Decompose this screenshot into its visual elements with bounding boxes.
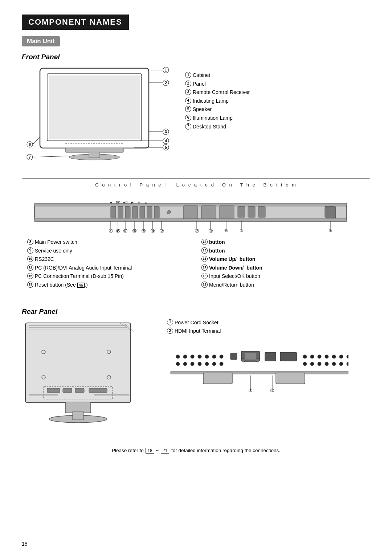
page-number: 15 (22, 541, 28, 547)
svg-point-130 (332, 362, 336, 366)
svg-rect-94 (47, 388, 60, 393)
svg-line-26 (33, 156, 69, 157)
svg-point-105 (176, 362, 180, 366)
svg-point-121 (318, 355, 321, 358)
svg-text:6: 6 (29, 143, 31, 147)
svg-rect-34 (132, 206, 138, 218)
svg-rect-133 (171, 371, 348, 374)
svg-rect-32 (118, 206, 123, 218)
svg-point-129 (325, 362, 328, 366)
svg-text:3: 3 (165, 130, 167, 134)
svg-rect-114 (245, 353, 256, 360)
rear-legend: 1 Power Cord Socket 2 HDMI Input Termina… (167, 319, 370, 335)
svg-point-103 (212, 355, 216, 358)
svg-rect-3 (65, 148, 123, 152)
svg-point-125 (347, 355, 348, 358)
svg-rect-42 (238, 206, 245, 217)
svg-rect-118 (280, 352, 297, 361)
svg-rect-5 (89, 152, 100, 158)
svg-rect-96 (75, 388, 84, 393)
svg-text:BK: BK (116, 201, 120, 204)
rear-panel-diagram (22, 319, 160, 436)
svg-rect-112 (230, 353, 237, 360)
svg-rect-35 (140, 206, 145, 218)
front-panel-legend: 1 Cabinet 2 Panel 3 Remote Control Recei… (185, 65, 370, 132)
svg-rect-44 (258, 206, 265, 217)
svg-rect-39 (183, 206, 198, 219)
svg-rect-43 (248, 206, 255, 217)
svg-text:5: 5 (165, 145, 167, 149)
svg-point-127 (310, 362, 314, 366)
svg-rect-135 (276, 373, 305, 384)
section-divider (22, 301, 370, 301)
bottom-panel-diagram: ⑲ ⑱ ⑰ ⑯ ⑮ ⑭ ⑬ ⑫ ⑪ ⑩ ⑨ ⑧ (27, 190, 354, 234)
svg-point-110 (212, 362, 216, 366)
svg-point-132 (347, 362, 348, 366)
svg-rect-93 (73, 412, 83, 420)
svg-point-131 (339, 362, 343, 366)
svg-rect-33 (125, 206, 130, 218)
svg-rect-40 (201, 206, 216, 219)
svg-text:■: ■ (110, 201, 112, 204)
svg-rect-41 (220, 206, 234, 219)
svg-rect-2 (49, 75, 140, 139)
svg-point-102 (205, 355, 209, 358)
svg-text:▼: ▼ (138, 201, 141, 204)
svg-text:2: 2 (165, 81, 167, 85)
svg-point-98 (176, 355, 180, 358)
svg-text:4: 4 (165, 139, 167, 143)
bottom-panel-labels: 8 Main Power switch 9 Service use only 1… (27, 239, 365, 290)
svg-rect-97 (89, 388, 107, 393)
footer-text: Please refer to 18～21 for detailed infor… (112, 448, 280, 453)
bottom-panel-title: C o n t r o l P a n e l L o c a t e d O … (27, 182, 365, 188)
rear-right-panel: 1 Power Cord Socket 2 HDMI Input Termina… (167, 319, 370, 405)
svg-point-104 (220, 355, 223, 358)
svg-point-101 (198, 355, 201, 358)
svg-text:◄□: ◄□ (122, 201, 128, 204)
component-names-header: COMPONENT NAMES (22, 15, 129, 30)
rear-panel-section: Rear Panel (22, 308, 370, 436)
svg-rect-31 (111, 206, 116, 218)
svg-point-106 (183, 362, 187, 366)
svg-rect-45 (325, 206, 336, 218)
svg-rect-37 (154, 206, 159, 218)
svg-point-111 (220, 362, 223, 366)
svg-rect-30 (34, 219, 347, 222)
svg-text:▲: ▲ (144, 201, 148, 204)
svg-point-123 (332, 355, 336, 358)
svg-rect-36 (147, 206, 152, 218)
svg-rect-117 (265, 352, 276, 361)
front-panel-section: Front Panel 1 (22, 53, 370, 294)
svg-point-38 (167, 210, 171, 214)
svg-point-120 (310, 355, 314, 358)
svg-point-126 (303, 362, 307, 366)
svg-point-109 (205, 362, 209, 366)
svg-rect-95 (63, 388, 72, 393)
svg-point-108 (198, 362, 201, 366)
svg-point-115 (241, 358, 245, 362)
rear-connector-closeup: ② ① (167, 338, 348, 404)
svg-point-119 (303, 355, 307, 358)
svg-rect-91 (65, 402, 91, 413)
svg-point-124 (339, 355, 343, 358)
svg-text:▶: ▶ (131, 201, 134, 204)
main-unit-badge: Main Unit (22, 36, 60, 46)
svg-point-128 (318, 362, 321, 366)
front-panel-diagram: 1 2 3 4 5 6 (22, 65, 174, 175)
svg-text:1: 1 (165, 68, 167, 72)
svg-point-100 (191, 355, 194, 358)
rear-panel-title: Rear Panel (22, 308, 370, 316)
svg-point-116 (256, 358, 260, 362)
svg-point-107 (191, 362, 194, 366)
svg-text:7: 7 (29, 155, 31, 159)
svg-line-23 (33, 137, 40, 144)
bottom-panel-box: C o n t r o l P a n e l L o c a t e d O … (22, 178, 370, 294)
svg-point-99 (183, 355, 187, 358)
front-panel-title: Front Panel (22, 53, 370, 61)
svg-point-122 (325, 355, 328, 358)
page-footer: Please refer to 18～21 for detailed infor… (22, 447, 370, 454)
svg-rect-134 (203, 373, 232, 384)
